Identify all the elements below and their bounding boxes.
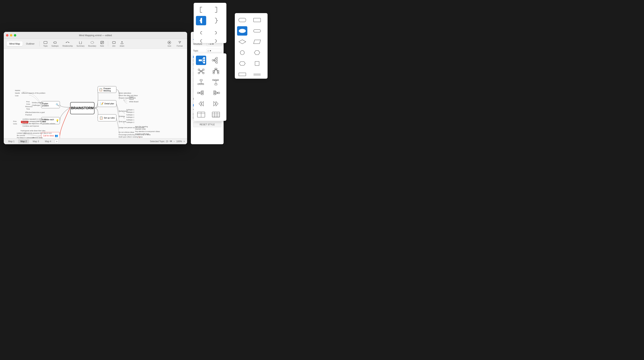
- shape-circle[interactable]: [237, 48, 247, 57]
- shape-arrow-right[interactable]: [211, 99, 221, 108]
- toolbar-item-summary[interactable]: Summary: [75, 40, 86, 48]
- svg-rect-14: [254, 18, 261, 22]
- shape-table-1[interactable]: [196, 110, 206, 119]
- map-tab-2[interactable]: Map 2: [18, 139, 29, 143]
- svg-marker-21: [239, 62, 245, 65]
- node-prepare-meeting[interactable]: 📋 Prepare Meeting: [98, 86, 116, 93]
- toolbar-item-boundary[interactable]: Boundary: [87, 40, 98, 48]
- minimize-button[interactable]: [10, 34, 12, 37]
- toolbar-item-topic[interactable]: Topic: [42, 40, 49, 48]
- toolbar-item-relationship[interactable]: Relationship: [61, 40, 74, 48]
- node-detail-plan[interactable]: 📝 Detail plan: [98, 100, 116, 107]
- shape-pill[interactable]: [252, 26, 262, 36]
- shape-curly-top-right[interactable]: [211, 38, 221, 47]
- toolbar-item-note[interactable]: Note: [98, 40, 106, 48]
- svg-rect-83: [214, 94, 216, 95]
- note-label: Note: [100, 45, 104, 47]
- leaf-market: Market: [15, 90, 20, 91]
- zen-icon: [112, 41, 116, 45]
- shape-curly-bot-left[interactable]: [196, 27, 206, 36]
- map-tab-1[interactable]: Map 1: [6, 139, 17, 143]
- shape-grid-bot[interactable]: [211, 67, 221, 76]
- toolbar-item-format[interactable]: Format: [175, 40, 184, 48]
- leaf-pros-2: Pros: [13, 120, 17, 122]
- leaf-everybody: Everybody presents their idea in turn: [24, 132, 52, 134]
- tab-outliner[interactable]: Outliner: [24, 41, 37, 46]
- svg-line-70: [199, 91, 202, 93]
- shape-hsplit-2[interactable]: [211, 56, 221, 65]
- svg-rect-81: [214, 91, 216, 92]
- node-explain-problem[interactable]: Explain problem 🔍: [41, 101, 60, 108]
- leaf-subtopic2a: Subtopic 2: [126, 111, 134, 113]
- shape-hsplit[interactable]: [196, 56, 206, 65]
- node-setup-rules[interactable]: 📋 Set up rules: [98, 114, 116, 121]
- leaf-whiteboard: White Board: [129, 101, 138, 103]
- shape-parallelogram[interactable]: [252, 37, 262, 47]
- shape-hexagon[interactable]: [237, 59, 247, 68]
- topic-label: Topic: [44, 45, 48, 47]
- traffic-lights: [6, 34, 16, 37]
- shape-tree-1[interactable]: [196, 77, 206, 87]
- add-map-button[interactable]: +: [55, 139, 58, 143]
- shape-table-2[interactable]: [211, 110, 221, 119]
- toolbar-item-share[interactable]: share: [118, 40, 126, 48]
- topic-selector[interactable]: □ ▾: [206, 49, 222, 53]
- map-tab-4[interactable]: Map 4: [43, 139, 53, 143]
- toolbar-item-icon[interactable]: Icon: [166, 40, 173, 48]
- shape-rounded-rect[interactable]: [237, 15, 247, 25]
- shape-lines[interactable]: [252, 70, 262, 79]
- shape-bracket-top-right[interactable]: [211, 5, 221, 15]
- zoom-in[interactable]: +: [184, 140, 185, 143]
- shape-arrow-left[interactable]: [196, 99, 206, 108]
- close-button[interactable]: [6, 34, 8, 37]
- svg-rect-1: [54, 42, 56, 44]
- toolbar-item-zen[interactable]: Zen: [110, 40, 118, 48]
- shape-bracket-top-left[interactable]: [196, 5, 206, 15]
- toolbar: Mind Map Outliner Topic Subtopic Relatio…: [4, 39, 187, 49]
- fullscreen-button[interactable]: [14, 34, 16, 37]
- leaf-final-goal: Final goal: [118, 121, 126, 122]
- shape-rect[interactable]: [252, 15, 262, 25]
- shape-curly-top-left[interactable]: [196, 38, 206, 47]
- leaf-encourage: Encourage producing a wide array of idea…: [118, 134, 150, 136]
- shape-panel-geo: [235, 13, 268, 79]
- shape-rect-sm[interactable]: [237, 70, 247, 79]
- map-tab-3[interactable]: Map 3: [30, 139, 41, 143]
- toolbar-item-subtopic[interactable]: Subtopic: [50, 40, 60, 48]
- canvas[interactable]: BRAINSTORM 📋 Prepare Meeting 📝 Detail pl…: [4, 49, 187, 138]
- svg-rect-36: [216, 57, 218, 59]
- node-brainstorm[interactable]: BRAINSTORM: [70, 102, 94, 114]
- zoom-out[interactable]: −: [174, 140, 175, 143]
- svg-rect-68: [215, 79, 216, 81]
- shape-tree-2[interactable]: [211, 77, 221, 87]
- svg-rect-69: [217, 79, 218, 81]
- svg-rect-32: [199, 60, 201, 61]
- shape-octagon[interactable]: [252, 48, 262, 57]
- shape-oval[interactable]: [237, 26, 247, 36]
- reset-style-button[interactable]: RESET STYLE: [193, 122, 221, 127]
- relationship-icon: [66, 41, 70, 45]
- shape-grid-top[interactable]: [196, 67, 206, 76]
- shape-tree-4[interactable]: [211, 88, 221, 98]
- zen-label: Zen: [112, 45, 116, 47]
- leaf-cost: Cost: [15, 95, 18, 97]
- shape-square-sm[interactable]: [252, 59, 262, 68]
- shape-curly-left[interactable]: [196, 16, 206, 25]
- svg-rect-82: [214, 92, 216, 93]
- svg-line-28: [201, 60, 204, 63]
- svg-rect-23: [239, 73, 246, 76]
- shape-tree-3[interactable]: [196, 88, 206, 98]
- tab-mindmap[interactable]: Mind Map: [7, 41, 23, 46]
- leaf-pay-attention: Pay attention to everyone's ideas: [135, 130, 160, 132]
- leaf-subtopic2b: Subtopic 2: [126, 116, 134, 118]
- shape-curly-bot-right[interactable]: [211, 27, 221, 36]
- share-icon: [120, 41, 124, 45]
- leaf-subtopic2c: Subtopic 2: [126, 121, 134, 123]
- shape-diamond[interactable]: [237, 37, 247, 47]
- svg-rect-74: [202, 91, 204, 92]
- summary-icon: [78, 41, 82, 45]
- shape-curly-right[interactable]: [211, 16, 221, 25]
- svg-rect-76: [202, 94, 204, 95]
- app-window: Mind Mapping.xmind — edited Mind Map Out…: [4, 32, 187, 144]
- toolbar-divider-1: [40, 41, 40, 47]
